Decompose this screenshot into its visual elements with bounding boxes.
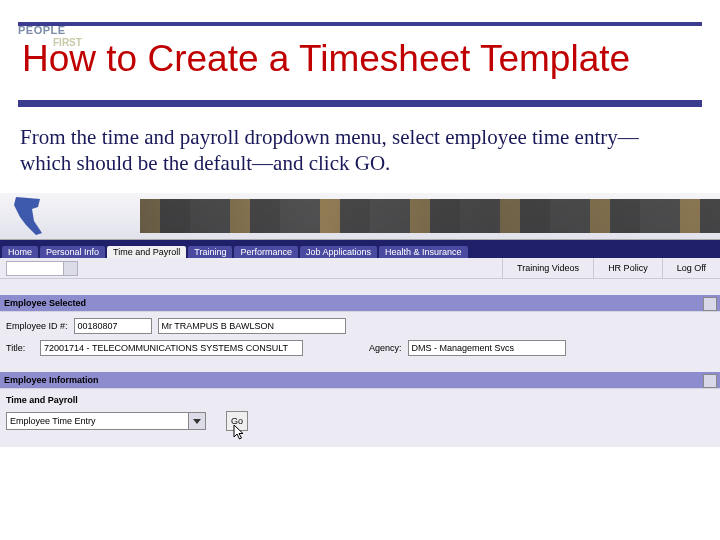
link-training-videos[interactable]: Training Videos [502, 258, 593, 278]
main-tabs: Home Personal Info Time and Payroll Trai… [0, 240, 720, 258]
employee-id-label: Employee ID #: [6, 321, 68, 331]
section-employee-selected-label: Employee Selected [4, 298, 86, 308]
dropdown-selected-value: Employee Time Entry [10, 416, 96, 426]
employee-info-panel: Time and Payroll Employee Time Entry Go [0, 388, 720, 447]
app-banner [0, 193, 720, 240]
app-screenshot: Home Personal Info Time and Payroll Trai… [0, 193, 720, 447]
top-divider [18, 22, 702, 26]
employee-selected-panel: Employee ID #: 00180807 Mr TRAMPUS B BAW… [0, 311, 720, 372]
employee-name-field: Mr TRAMPUS B BAWLSON [158, 318, 346, 334]
mid-divider [18, 100, 702, 107]
section-employee-information: Employee Information [0, 372, 720, 388]
go-button[interactable]: Go [226, 411, 248, 431]
tab-training[interactable]: Training [188, 246, 232, 258]
title-label: Title: [6, 343, 34, 353]
link-hr-policy[interactable]: HR Policy [593, 258, 662, 278]
employee-id-field[interactable]: 00180807 [74, 318, 152, 334]
panel-toggle-icon[interactable] [703, 297, 717, 311]
agency-field: DMS - Management Svcs [408, 340, 566, 356]
chevron-down-icon[interactable] [188, 413, 205, 429]
instruction-paragraph: From the time and payroll dropdown menu,… [20, 124, 690, 176]
panel-toggle-icon[interactable] [703, 374, 717, 388]
tab-home[interactable]: Home [2, 246, 38, 258]
sub-toolbar: Training Videos HR Policy Log Off [0, 258, 720, 279]
tab-performance[interactable]: Performance [234, 246, 298, 258]
toolbar-mini-select[interactable] [6, 261, 78, 276]
cursor-icon [233, 424, 247, 442]
logo-line1: PEOPLE [18, 24, 66, 36]
go-button-label: Go [231, 416, 243, 426]
time-payroll-dropdown[interactable]: Employee Time Entry [6, 412, 206, 430]
tab-job-applications[interactable]: Job Applications [300, 246, 377, 258]
tab-health-insurance[interactable]: Health & Insurance [379, 246, 468, 258]
tab-time-and-payroll[interactable]: Time and Payroll [107, 246, 186, 258]
time-and-payroll-heading: Time and Payroll [6, 395, 714, 405]
page-title: How to Create a Timesheet Template [22, 40, 698, 77]
link-log-off[interactable]: Log Off [662, 258, 720, 278]
title-field: 72001714 - TELECOMMUNICATIONS SYSTEMS CO… [40, 340, 303, 356]
banner-stripe [140, 199, 720, 233]
florida-icon [10, 195, 50, 237]
section-employee-selected: Employee Selected [0, 295, 720, 311]
agency-label: Agency: [369, 343, 402, 353]
section-employee-information-label: Employee Information [4, 375, 99, 385]
tab-personal-info[interactable]: Personal Info [40, 246, 105, 258]
